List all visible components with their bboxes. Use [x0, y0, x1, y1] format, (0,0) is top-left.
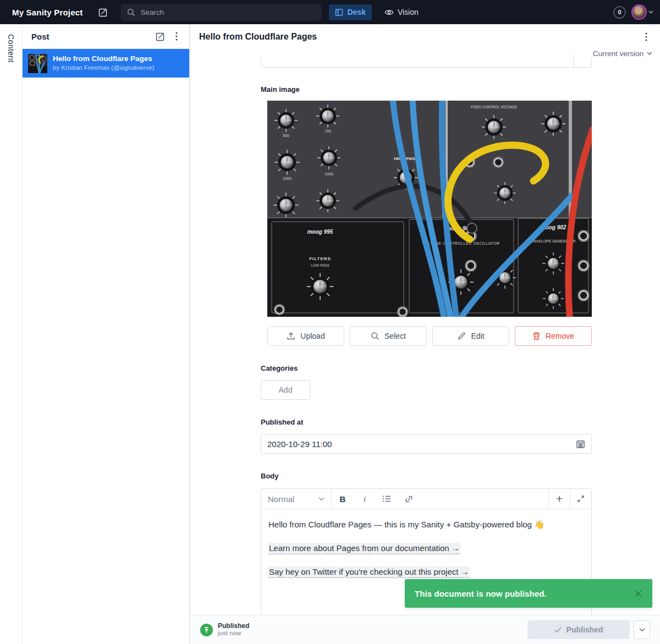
publish-status-title: Published	[218, 622, 249, 630]
upload-icon	[287, 332, 295, 340]
editor-toolbar: Normal B i	[261, 489, 591, 509]
notifications-badge[interactable]: 0	[613, 6, 626, 19]
body-link-twitter[interactable]: Say hey on Twitter if you're checking ou…	[268, 566, 470, 578]
post-thumbnail	[28, 54, 47, 73]
create-post-button[interactable]	[152, 28, 168, 45]
vision-label: Vision	[398, 8, 419, 16]
published-at-label: Published at	[261, 418, 303, 426]
published-at-input[interactable]	[267, 439, 576, 449]
search-input-wrap	[121, 4, 321, 20]
tab-vision[interactable]: Vision	[378, 4, 425, 20]
compose-icon	[98, 8, 108, 17]
search-input[interactable]	[140, 8, 315, 16]
italic-button[interactable]: i	[354, 489, 376, 509]
svg-text:700: 700	[324, 129, 331, 133]
post-pane-header: Post	[23, 24, 189, 49]
post-item-texts: Hello from Cloudflare Pages by Kristian …	[53, 54, 154, 73]
kebab-icon	[175, 32, 178, 41]
post-item-title: Hello from Cloudflare Pages	[53, 54, 154, 64]
kebab-icon	[645, 32, 647, 41]
chevron-down-icon	[648, 10, 653, 14]
link-icon	[405, 495, 413, 503]
link-button[interactable]	[398, 489, 420, 509]
version-selector[interactable]: Current version	[593, 49, 652, 58]
pane-menu-button[interactable]	[168, 28, 185, 45]
document-footer: Published just now Published	[190, 615, 660, 644]
calendar-icon[interactable]	[576, 439, 585, 449]
navbar-right: 0	[613, 4, 653, 20]
chevron-down-icon	[647, 52, 652, 56]
remove-button[interactable]: Remove	[515, 326, 592, 346]
top-navbar: My Sanity Project	[0, 0, 660, 24]
publish-button[interactable]: Published	[527, 620, 630, 639]
document-pane: Hello from Cloudflare Pages Current vers…	[190, 24, 660, 644]
expand-editor-button[interactable]	[570, 489, 591, 509]
toast-message: This document is now published.	[415, 589, 547, 598]
edit-button[interactable]: Edit	[432, 326, 509, 346]
bullet-list-button[interactable]	[376, 489, 398, 509]
bold-button[interactable]: B	[332, 489, 354, 509]
desk-icon	[335, 8, 343, 16]
image-button-row: Upload Select Edit	[267, 326, 592, 346]
expand-icon	[577, 495, 585, 503]
trash-icon	[532, 332, 541, 340]
main-image-label: Main image	[261, 85, 300, 93]
close-icon	[634, 590, 642, 598]
pane-title: Post	[31, 32, 50, 41]
avatar	[631, 4, 647, 20]
chevron-down-icon	[318, 497, 324, 501]
post-list-item-selected[interactable]: Hello from Cloudflare Pages by Kristian …	[23, 49, 189, 78]
publish-menu-button[interactable]	[634, 620, 650, 639]
add-category-button[interactable]: Add	[261, 380, 310, 400]
search-icon	[127, 8, 135, 16]
photo-label: FIXED CONTROL VOLTAGE	[471, 105, 518, 109]
photo-label: FILTERS	[309, 256, 331, 261]
style-value: Normal	[268, 494, 294, 504]
edit-label: Edit	[471, 332, 484, 340]
footer-actions: Published	[527, 620, 650, 639]
tab-desk[interactable]: Desk	[329, 4, 371, 20]
pencil-icon	[457, 332, 466, 340]
desk-label: Desk	[347, 8, 365, 16]
publish-status: Published just now	[218, 622, 249, 637]
user-menu[interactable]	[631, 4, 653, 20]
photo-label: LOW PASS	[311, 263, 329, 267]
post-item-subtitle: by Kristian Freeman (@signalnerve)	[53, 64, 154, 72]
body-link-documentation[interactable]: Learn more about Pages from our document…	[268, 543, 460, 554]
categories-label: Categories	[261, 364, 298, 372]
remove-label: Remove	[546, 332, 574, 340]
select-button[interactable]: Select	[350, 326, 427, 346]
upload-label: Upload	[300, 332, 324, 340]
compose-icon	[156, 32, 165, 41]
published-status-icon	[200, 624, 213, 636]
new-document-button[interactable]	[95, 4, 111, 20]
search-icon	[371, 332, 380, 340]
toast-close-button[interactable]	[634, 590, 642, 598]
sanity-studio: My Sanity Project	[0, 0, 660, 644]
post-list-pane: Post	[22, 24, 190, 644]
svg-text:1400: 1400	[324, 172, 333, 176]
clipped-field-divider	[573, 55, 574, 67]
content-tab[interactable]: Content	[7, 34, 15, 63]
main-image-photo[interactable]: 500 700 1000 1400 HIGH PASS FIXED CONTRO…	[267, 101, 592, 317]
eye-icon	[384, 9, 394, 16]
publish-button-label: Published	[566, 625, 603, 634]
body-paragraph: Hello from Cloudflare Pages — this is my…	[268, 519, 584, 531]
body-label: Body	[261, 472, 279, 480]
publish-toast: This document is now published.	[405, 579, 652, 608]
select-label: Select	[384, 332, 406, 340]
photo-label: moog 995	[307, 229, 333, 235]
style-select[interactable]: Normal	[261, 489, 332, 509]
clipped-field[interactable]	[261, 58, 592, 68]
svg-text:1000: 1000	[283, 177, 292, 180]
insert-block-button[interactable]: +	[548, 489, 570, 509]
left-rail: Content	[0, 24, 22, 644]
document-header: Hello from Cloudflare Pages	[190, 24, 660, 49]
project-title: My Sanity Project	[12, 8, 82, 17]
upload-button[interactable]: Upload	[267, 326, 344, 346]
document-menu-button[interactable]	[638, 29, 654, 45]
toolbar-right: +	[548, 489, 591, 509]
publish-status-time: just now	[218, 630, 249, 637]
document-title: Hello from Cloudflare Pages	[199, 32, 317, 42]
bullet-list-icon	[382, 495, 391, 503]
